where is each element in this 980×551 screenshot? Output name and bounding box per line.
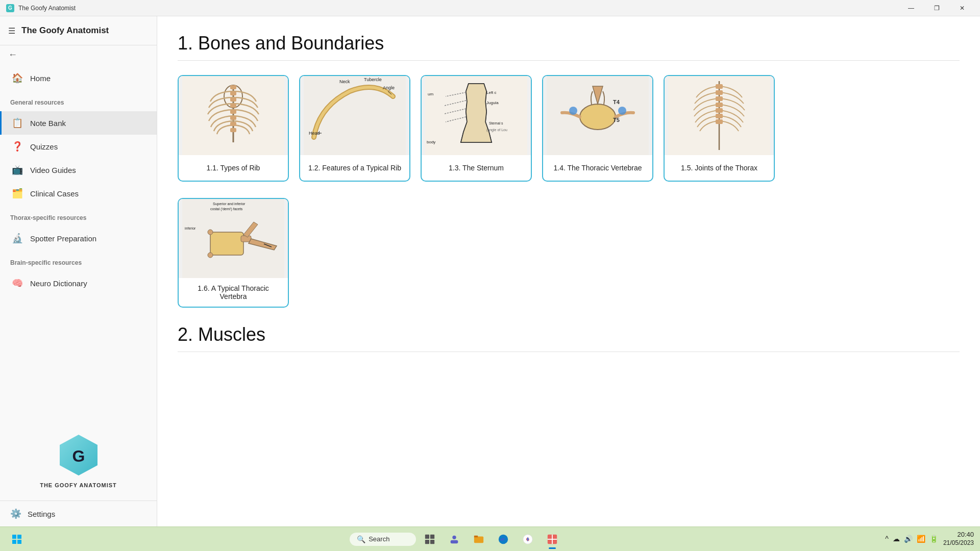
card-1-1-label: 1.1. Types of Rib — [179, 155, 288, 181]
sidebar-item-quizzes-label: Quizzes — [30, 142, 58, 151]
card-1-1[interactable]: 1.1. Types of Rib — [178, 75, 289, 182]
section-1-heading: 1. Bones and Boundaries — [178, 33, 960, 61]
taskbar: 🔍 Search G ^ ☁ 🔊 — [0, 527, 980, 551]
svg-text:Sternal s: Sternal s — [489, 121, 503, 125]
taskbar-explorer[interactable] — [468, 529, 489, 550]
search-icon: 🔍 — [357, 535, 365, 543]
settings-icon: ⚙️ — [10, 508, 21, 519]
sidebar-logo: G THE GOOFY ANATOMIST — [0, 420, 157, 500]
videoguides-icon: 📺 — [12, 164, 23, 176]
svg-rect-41 — [716, 96, 723, 101]
svg-rect-60 — [430, 534, 434, 538]
svg-rect-62 — [430, 539, 434, 543]
sidebar-item-home[interactable]: 🏠 Home — [0, 66, 157, 90]
app-icon: G — [6, 4, 14, 12]
search-bar[interactable]: 🔍 Search — [350, 533, 416, 546]
card-1-1-image — [179, 76, 288, 155]
time-block[interactable]: 20:40 21/05/2023 — [943, 531, 974, 547]
svg-rect-56 — [17, 535, 21, 539]
sidebar-item-settings[interactable]: ⚙️ Settings — [0, 500, 157, 527]
logo-text: THE GOOFY ANATOMIST — [40, 482, 117, 488]
card-1-4[interactable]: T4 T5 1.4. The Thoracic Vertebrae — [542, 75, 653, 182]
logo-hex: G — [56, 432, 102, 478]
section-label-thorax: Thorax-specific resources — [0, 207, 157, 224]
svg-rect-40 — [716, 90, 723, 95]
card-1-5-image — [665, 76, 774, 155]
card-1-2[interactable]: Head Neck Tubercle Angle 1.2. Features o… — [299, 75, 410, 182]
volume-icon[interactable]: 🔊 — [904, 535, 913, 543]
card-1-4-image: T4 T5 — [543, 76, 652, 155]
svg-rect-44 — [716, 114, 723, 118]
svg-rect-55 — [12, 535, 16, 539]
sidebar-title: The Goofy Anatomist — [21, 26, 109, 36]
card-1-6-image: inferior Superior and inferior costal ('… — [179, 199, 288, 278]
card-1-3-label: 1.3. The Sternum — [422, 155, 531, 181]
sidebar-item-home-label: Home — [30, 74, 51, 83]
svg-rect-42 — [716, 103, 723, 107]
maximize-button[interactable]: ❐ — [925, 0, 948, 16]
card-1-6[interactable]: inferior Superior and inferior costal ('… — [178, 198, 289, 308]
brain-resources-nav: 🧠 Neuro Dictionary — [0, 269, 157, 297]
card-1-4-label: 1.4. The Thoracic Vertebrae — [543, 155, 652, 181]
svg-rect-47 — [210, 232, 243, 255]
title-bar: G The Goofy Anatomist — ❐ ✕ — [0, 0, 980, 16]
sidebar: ☰ The Goofy Anatomist ← 🏠 Home General r… — [0, 16, 157, 527]
svg-text:Tubercle: Tubercle — [364, 77, 382, 82]
sidebar-back-area: ← — [0, 45, 157, 64]
taskbar-google[interactable]: G — [517, 529, 538, 550]
battery-icon[interactable]: 🔋 — [929, 535, 938, 543]
minimize-button[interactable]: — — [899, 0, 923, 16]
sidebar-item-clinicalcases-label: Clinical Cases — [30, 189, 79, 198]
sidebar-item-quizzes[interactable]: ❓ Quizzes — [0, 135, 157, 158]
svg-rect-57 — [12, 540, 16, 544]
svg-rect-10 — [230, 116, 236, 120]
svg-text:costal ('demi') facets: costal ('demi') facets — [210, 207, 243, 211]
sidebar-item-spotter[interactable]: 🔬 Spotter Preparation — [0, 227, 157, 250]
svg-text:um: um — [428, 92, 433, 96]
sidebar-item-videoguides[interactable]: 📺 Video Guides — [0, 158, 157, 182]
close-button[interactable]: ✕ — [950, 0, 974, 16]
sidebar-header: ☰ The Goofy Anatomist — [0, 16, 157, 45]
taskbar-teams[interactable] — [444, 529, 465, 550]
svg-text:Jugula: Jugula — [486, 101, 499, 105]
sidebar-item-neurodict[interactable]: 🧠 Neuro Dictionary — [0, 271, 157, 295]
app-body: ☰ The Goofy Anatomist ← 🏠 Home General r… — [0, 16, 980, 527]
svg-point-34 — [618, 107, 626, 115]
start-button[interactable] — [6, 529, 28, 550]
sys-icons: ^ ☁ 🔊 📶 🔋 — [885, 535, 938, 543]
card-1-3[interactable]: um Left c Jugula body Sternal s (angle o… — [421, 75, 532, 182]
svg-rect-9 — [230, 110, 236, 114]
svg-rect-11 — [230, 122, 236, 126]
svg-point-32 — [580, 104, 616, 130]
title-bar-app-name: The Goofy Anatomist — [18, 5, 76, 12]
date-display: 21/05/2023 — [943, 539, 974, 547]
taskbar-snip[interactable] — [542, 529, 563, 550]
taskbar-widgets[interactable] — [419, 529, 440, 550]
svg-rect-59 — [425, 534, 429, 538]
svg-rect-66 — [474, 535, 478, 537]
cards-grid-1: 1.1. Types of Rib Head Neck Tubercle — [178, 75, 960, 182]
hamburger-icon[interactable]: ☰ — [8, 26, 15, 36]
svg-text:G: G — [526, 537, 530, 541]
back-button[interactable]: ← — [8, 49, 17, 60]
time-display: 20:40 — [943, 531, 974, 539]
svg-text:Left c: Left c — [486, 90, 497, 95]
svg-rect-43 — [716, 108, 723, 113]
svg-rect-58 — [17, 540, 21, 544]
card-1-5[interactable]: 1.5. Joints of the Thorax — [664, 75, 775, 182]
main-content: 1. Bones and Boundaries — [157, 16, 980, 527]
cloud-icon[interactable]: ☁ — [893, 535, 900, 543]
sidebar-item-clinicalcases[interactable]: 🗂️ Clinical Cases — [0, 182, 157, 205]
thorax-resources-nav: 🔬 Spotter Preparation — [0, 224, 157, 252]
wifi-icon[interactable]: 📶 — [917, 535, 925, 543]
svg-point-63 — [453, 535, 456, 539]
svg-text:inferior: inferior — [185, 227, 196, 230]
sidebar-item-notebank[interactable]: 📋 Note Bank — [0, 111, 157, 135]
title-bar-controls: — ❐ ✕ — [899, 0, 974, 16]
taskbar-edge[interactable] — [493, 529, 514, 550]
spotter-icon: 🔬 — [12, 233, 23, 244]
svg-text:G: G — [72, 447, 85, 465]
svg-text:T4: T4 — [613, 99, 620, 105]
chevron-up-icon[interactable]: ^ — [885, 535, 889, 543]
svg-rect-45 — [716, 119, 723, 124]
